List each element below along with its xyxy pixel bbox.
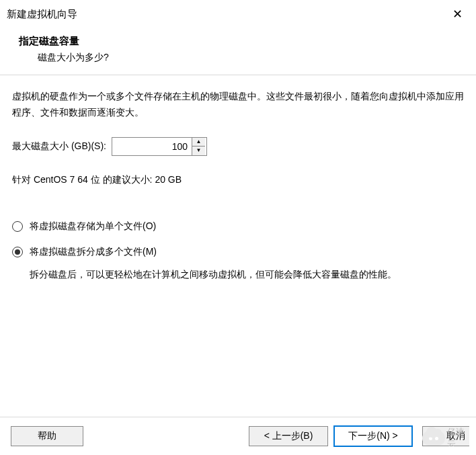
disk-size-input[interactable] [112, 138, 192, 155]
radio-single-label: 将虚拟磁盘存储为单个文件(O) [30, 218, 156, 235]
close-icon[interactable]: ✕ [448, 5, 467, 23]
radio-split-label: 将虚拟磁盘拆分成多个文件(M) [30, 244, 157, 260]
radio-split-files[interactable]: 将虚拟磁盘拆分成多个文件(M) [12, 244, 464, 260]
help-button[interactable]: 帮助 [11, 426, 83, 446]
description-text: 虚拟机的硬盘作为一个或多个文件存储在主机的物理磁盘中。这些文件最初很小，随着您向… [12, 89, 464, 121]
header-title: 指定磁盘容量 [19, 35, 457, 48]
radio-icon [12, 221, 23, 232]
next-button[interactable]: 下一步(N) > [333, 425, 413, 447]
radio-icon [12, 247, 23, 257]
radio-single-file[interactable]: 将虚拟磁盘存储为单个文件(O) [12, 218, 464, 235]
recommendation-text: 针对 CentOS 7 64 位 的建议大小: 20 GB [12, 172, 464, 188]
wizard-footer: 帮助 < 上一步(B) 下一步(N) > 取消 亿速云 [0, 417, 476, 455]
spinner-down-icon[interactable]: ▼ [192, 147, 205, 155]
wizard-header: 指定磁盘容量 磁盘大小为多少? [0, 28, 476, 75]
header-subtitle: 磁盘大小为多少? [38, 52, 457, 64]
disk-size-label: 最大磁盘大小 (GB)(S): [12, 138, 106, 155]
spinner-up-icon[interactable]: ▲ [192, 138, 205, 147]
disk-size-row: 最大磁盘大小 (GB)(S): ▲ ▼ [12, 137, 464, 156]
window-title: 新建虚拟机向导 [7, 8, 77, 21]
split-hint-text: 拆分磁盘后，可以更轻松地在计算机之间移动虚拟机，但可能会降低大容量磁盘的性能。 [30, 267, 464, 283]
back-button[interactable]: < 上一步(B) [249, 426, 328, 446]
cancel-button[interactable]: 取消 [422, 426, 469, 446]
disk-size-spinner[interactable]: ▲ ▼ [112, 137, 207, 156]
